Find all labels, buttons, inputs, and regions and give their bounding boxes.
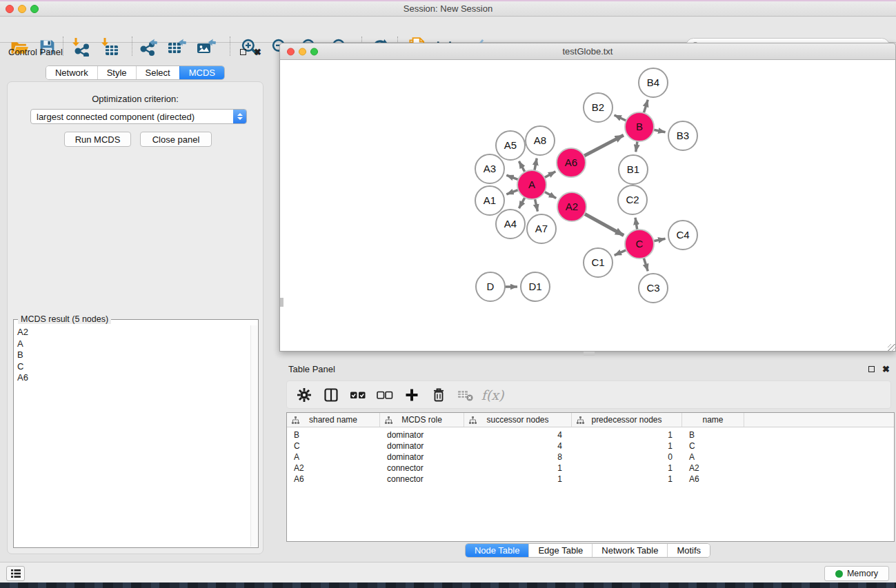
graph-node-D1[interactable]: D1 bbox=[521, 272, 550, 301]
node-table[interactable]: shared nameMCDS rolesuccessor nodesprede… bbox=[286, 412, 895, 542]
table-cell[interactable]: 1 bbox=[464, 463, 572, 474]
tab-edge-table[interactable]: Edge Table bbox=[528, 544, 592, 557]
task-history-button[interactable] bbox=[6, 566, 25, 581]
network-close-traffic-light[interactable] bbox=[287, 48, 295, 55]
graph-node-A1[interactable]: A1 bbox=[475, 186, 504, 215]
network-window-titlebar[interactable]: testGlobe.txt bbox=[279, 43, 896, 60]
table-cell[interactable]: A2 bbox=[287, 463, 380, 474]
table-cell[interactable]: dominator bbox=[380, 452, 464, 463]
tab-select[interactable]: Select bbox=[136, 66, 179, 79]
table-cell[interactable]: 1 bbox=[572, 463, 682, 474]
table-cell[interactable]: 4 bbox=[464, 429, 572, 440]
graph-node-C[interactable]: C bbox=[625, 230, 654, 258]
mcds-result-item[interactable]: A6 bbox=[17, 372, 257, 384]
table-cell[interactable]: A6 bbox=[682, 474, 744, 485]
graph-node-A8[interactable]: A8 bbox=[526, 126, 555, 155]
table-row[interactable]: Cdominator41C bbox=[287, 440, 894, 452]
table-cell[interactable]: A bbox=[287, 452, 380, 463]
table-cell[interactable]: A bbox=[682, 452, 744, 463]
mcds-result-scrollbar[interactable] bbox=[250, 325, 257, 547]
table-cell[interactable]: C bbox=[682, 440, 744, 452]
table-row[interactable]: A2connector11A2 bbox=[287, 463, 894, 474]
graph-node-A3[interactable]: A3 bbox=[475, 154, 504, 183]
network-minimize-traffic-light[interactable] bbox=[299, 48, 306, 55]
table-cell[interactable]: A2 bbox=[682, 463, 744, 474]
graph-node-C4[interactable]: C4 bbox=[668, 221, 697, 250]
mcds-result-list[interactable]: A2ABCA6 bbox=[14, 325, 257, 547]
memory-button[interactable]: Memory bbox=[824, 566, 889, 581]
graph-node-A6[interactable]: A6 bbox=[557, 148, 586, 177]
graph-node-B3[interactable]: B3 bbox=[668, 121, 697, 150]
close-table-panel-icon[interactable]: ✖ bbox=[882, 365, 890, 374]
run-mcds-button[interactable]: Run MCDS bbox=[64, 132, 131, 147]
mcds-result-item[interactable]: B bbox=[17, 349, 257, 361]
table-cell[interactable]: A6 bbox=[287, 474, 380, 485]
column-icon[interactable] bbox=[322, 386, 340, 404]
graph-node-A[interactable]: A bbox=[517, 170, 546, 199]
table-cell[interactable]: dominator bbox=[380, 440, 464, 452]
delete-table-icon[interactable] bbox=[457, 386, 475, 404]
network-canvas[interactable]: B4B2BB3A5A8A6B1A3AC2A1A2A4A7C4CC1C3DD1 bbox=[279, 60, 896, 352]
table-cell[interactable]: 8 bbox=[464, 452, 572, 463]
graph-node-C1[interactable]: C1 bbox=[584, 248, 613, 277]
table-row[interactable]: A6connector11A6 bbox=[287, 474, 894, 485]
graph-node-A5[interactable]: A5 bbox=[496, 131, 525, 160]
tab-node-table[interactable]: Node Table bbox=[466, 544, 529, 557]
float-table-panel-icon[interactable] bbox=[867, 365, 876, 374]
graph-node-D[interactable]: D bbox=[476, 272, 505, 301]
column-header-predecessor-nodes[interactable]: predecessor nodes bbox=[572, 413, 682, 427]
add-column-icon[interactable] bbox=[403, 386, 421, 404]
optimization-criterion-dropdown[interactable]: largest connected component (directed) bbox=[30, 109, 247, 124]
deselect-all-icon[interactable] bbox=[376, 386, 394, 404]
minimize-traffic-light[interactable] bbox=[18, 5, 26, 13]
mcds-result-item[interactable]: A bbox=[17, 338, 257, 350]
close-traffic-light[interactable] bbox=[6, 5, 14, 13]
column-header-name[interactable]: name bbox=[682, 413, 744, 427]
tab-mcds[interactable]: MCDS bbox=[179, 66, 224, 79]
graph-node-A2[interactable]: A2 bbox=[557, 192, 586, 221]
float-panel-icon[interactable] bbox=[239, 48, 248, 57]
zoom-traffic-light[interactable] bbox=[30, 5, 39, 13]
function-builder-icon[interactable]: f(x) bbox=[484, 386, 501, 404]
tab-network-table[interactable]: Network Table bbox=[592, 544, 667, 557]
table-cell[interactable]: 1 bbox=[572, 429, 682, 440]
table-cell[interactable]: 1 bbox=[464, 474, 572, 485]
tab-network[interactable]: Network bbox=[46, 66, 97, 79]
column-header-successor-nodes[interactable]: successor nodes bbox=[464, 413, 572, 427]
column-header-shared-name[interactable]: shared name bbox=[287, 413, 380, 427]
table-cell[interactable]: 1 bbox=[572, 474, 682, 485]
table-cell[interactable]: B bbox=[287, 429, 380, 440]
graph-node-A7[interactable]: A7 bbox=[527, 214, 556, 243]
table-cell[interactable]: connector bbox=[380, 463, 464, 474]
table-row[interactable]: Adominator80A bbox=[287, 452, 894, 463]
select-all-icon[interactable] bbox=[349, 386, 367, 404]
tab-style[interactable]: Style bbox=[97, 66, 136, 79]
table-cell[interactable]: dominator bbox=[380, 429, 464, 440]
table-cell[interactable]: connector bbox=[380, 474, 464, 485]
graph-node-C3[interactable]: C3 bbox=[639, 274, 668, 303]
table-cell[interactable]: C bbox=[287, 440, 380, 452]
close-panel-icon[interactable]: ✖ bbox=[253, 48, 262, 57]
table-row[interactable]: Bdominator41B bbox=[287, 429, 894, 440]
mcds-result-item[interactable]: A2 bbox=[17, 327, 257, 338]
network-vertical-scrollbar[interactable] bbox=[280, 298, 283, 307]
table-cell[interactable]: 1 bbox=[572, 440, 682, 452]
graph-node-A4[interactable]: A4 bbox=[496, 210, 525, 239]
mcds-result-item[interactable]: C bbox=[17, 361, 257, 373]
table-cell[interactable]: 0 bbox=[572, 452, 682, 463]
graph-node-B4[interactable]: B4 bbox=[639, 68, 668, 97]
table-cell[interactable]: B bbox=[682, 429, 744, 440]
graph-node-B[interactable]: B bbox=[625, 112, 654, 141]
table-cell[interactable]: 4 bbox=[464, 440, 572, 452]
graph-node-B1[interactable]: B1 bbox=[619, 155, 648, 184]
network-zoom-traffic-light[interactable] bbox=[310, 48, 318, 55]
close-panel-button[interactable]: Close panel bbox=[140, 132, 212, 147]
graph-node-B2[interactable]: B2 bbox=[584, 93, 613, 122]
network-horizontal-scrollbar[interactable] bbox=[584, 352, 595, 356]
tab-motifs[interactable]: Motifs bbox=[667, 544, 710, 557]
graph-node-C2[interactable]: C2 bbox=[618, 185, 647, 214]
delete-column-icon[interactable] bbox=[430, 386, 448, 404]
network-graph[interactable]: B4B2BB3A5A8A6B1A3AC2A1A2A4A7C4CC1C3DD1 bbox=[280, 60, 895, 350]
window-resize-handle[interactable] bbox=[888, 344, 895, 352]
column-header-MCDS-role[interactable]: MCDS role bbox=[380, 413, 464, 427]
